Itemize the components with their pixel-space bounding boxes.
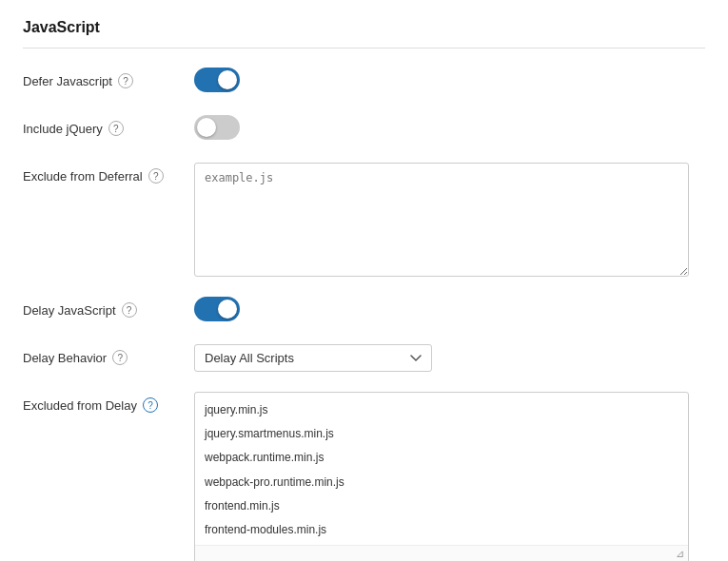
include-jquery-track: [194, 115, 240, 140]
list-item: webpack-pro.runtime.min.js: [195, 471, 688, 494]
delay-behavior-row: Delay Behavior ? Delay All Scripts Delay…: [23, 344, 705, 375]
excluded-delay-help-icon[interactable]: ?: [143, 397, 158, 413]
delay-behavior-label: Delay Behavior ?: [23, 344, 194, 365]
delay-behavior-control: Delay All Scripts Delay Specific Scripts: [194, 344, 705, 372]
include-jquery-control: [194, 115, 705, 143]
include-jquery-label: Include jQuery ?: [23, 115, 194, 136]
defer-javascript-track: [194, 68, 240, 92]
list-item: frontend.min.js: [195, 494, 688, 518]
excluded-delay-control: jquery.min.js jquery.smartmenus.min.js w…: [194, 392, 705, 561]
exclude-deferral-label-text: Exclude from Deferral: [23, 169, 143, 184]
defer-javascript-label: Defer Javascript ?: [23, 68, 194, 88]
delay-javascript-label-text: Delay JavaScript: [23, 303, 116, 318]
excluded-delay-label-text: Excluded from Delay: [23, 398, 137, 413]
delay-javascript-help-icon[interactable]: ?: [122, 302, 137, 318]
defer-javascript-thumb: [218, 70, 237, 89]
include-jquery-help-icon[interactable]: ?: [108, 121, 124, 136]
resize-handle[interactable]: ⊿: [195, 545, 688, 561]
excluded-delay-label: Excluded from Delay ?: [23, 392, 194, 413]
exclude-deferral-row: Exclude from Deferral ?: [23, 163, 705, 280]
delay-javascript-track: [194, 297, 240, 321]
delay-javascript-thumb: [218, 300, 237, 319]
exclude-deferral-control: [194, 163, 705, 280]
include-jquery-label-text: Include jQuery: [23, 122, 103, 136]
defer-javascript-toggle[interactable]: [194, 68, 240, 92]
exclude-deferral-label: Exclude from Deferral ?: [23, 163, 194, 184]
defer-javascript-control: [194, 68, 705, 95]
excluded-delay-list[interactable]: jquery.min.js jquery.smartmenus.min.js w…: [195, 393, 688, 545]
section-title: JavaScript: [23, 19, 705, 36]
include-jquery-toggle[interactable]: [194, 115, 240, 140]
include-jquery-row: Include jQuery ?: [23, 115, 705, 145]
defer-javascript-row: Defer Javascript ?: [23, 68, 705, 98]
section-divider: [23, 48, 705, 48]
defer-javascript-label-text: Defer Javascript: [23, 74, 112, 88]
delay-javascript-control: [194, 297, 705, 324]
delay-behavior-label-text: Delay Behavior: [23, 351, 107, 365]
delay-javascript-label: Delay JavaScript ?: [23, 297, 194, 318]
excluded-delay-box: jquery.min.js jquery.smartmenus.min.js w…: [194, 392, 689, 561]
list-item: frontend-modules.min.js: [195, 518, 688, 542]
include-jquery-thumb: [197, 118, 216, 137]
list-item: jquery.smartmenus.min.js: [195, 422, 688, 446]
delay-javascript-toggle[interactable]: [194, 297, 240, 321]
excluded-delay-row: Excluded from Delay ? jquery.min.js jque…: [23, 392, 705, 561]
list-item: jquery.min.js: [195, 398, 688, 422]
list-item: webpack.runtime.min.js: [195, 446, 688, 470]
exclude-deferral-textarea[interactable]: [194, 163, 689, 277]
delay-behavior-select[interactable]: Delay All Scripts Delay Specific Scripts: [194, 344, 432, 372]
delay-javascript-row: Delay JavaScript ?: [23, 297, 705, 327]
exclude-deferral-help-icon[interactable]: ?: [148, 168, 164, 184]
delay-behavior-help-icon[interactable]: ?: [112, 350, 128, 365]
defer-javascript-help-icon[interactable]: ?: [118, 73, 133, 88]
